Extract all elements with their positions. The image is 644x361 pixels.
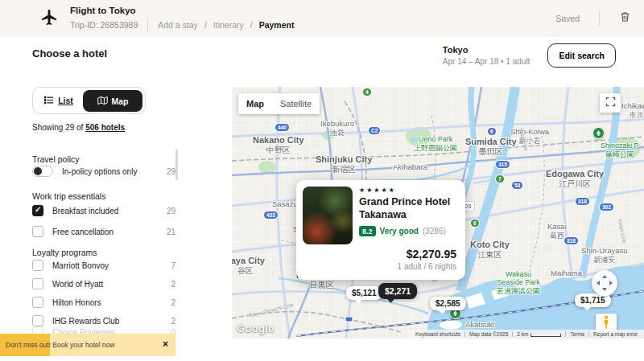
report-map-error-link[interactable]: Report a map error <box>588 331 642 337</box>
sidebar-scrollbar[interactable] <box>175 150 178 180</box>
work-trip-title: Work trip essentials <box>32 191 105 201</box>
promo-banner-text: Don't miss out! Book your hotel now <box>6 341 114 349</box>
trip-header-left: Flight to Tokyo Trip-ID: 26853989 Add a … <box>40 6 294 32</box>
price-marker[interactable]: $2,585 <box>430 297 466 310</box>
map-label-ueno-park: Ueno Park上野恩賜公園 <box>414 135 457 154</box>
map-label-setagaya-city: gaya City谷区 <box>232 256 265 277</box>
map-icon <box>97 96 108 107</box>
map-label-akatsuki: Akatsuki <box>465 320 494 329</box>
edit-search-button[interactable]: Edit search <box>547 43 616 68</box>
trip-header: Flight to Tokyo Trip-ID: 26853989 Add a … <box>0 0 644 37</box>
breakfast-included-count: 29 <box>167 207 175 215</box>
travel-policy-title: Travel policy <box>32 154 80 164</box>
destination-name: Tokyo <box>443 45 530 55</box>
hyatt-label: World of Hyatt <box>52 280 103 289</box>
view-toggle-list-label: List <box>58 96 73 105</box>
close-icon[interactable]: × <box>163 338 168 350</box>
breadcrumb-itinerary[interactable]: Itinerary <box>213 20 244 30</box>
route-shield: 6 <box>471 219 479 227</box>
view-toggle-list[interactable]: List <box>33 88 85 113</box>
pan-control[interactable] <box>592 270 617 296</box>
results-count: Showing 29 of 506 hotels <box>32 123 125 132</box>
keyboard-shortcuts-link[interactable]: Keyboard shortcuts <box>411 331 464 337</box>
fullscreen-button[interactable] <box>600 93 621 113</box>
hotel-photo <box>303 187 353 244</box>
map-scale: 2 km <box>512 331 565 337</box>
breadcrumb-payment[interactable]: Payment <box>259 20 295 30</box>
in-policy-filter-row: In-policy options only 29 <box>32 165 175 178</box>
delete-trip-button[interactable] <box>619 10 631 27</box>
route-shield: 6 <box>488 128 496 135</box>
rating-label: Very good <box>380 227 419 236</box>
free-cancellation-checkbox[interactable] <box>32 226 43 237</box>
hotel-rating-row: 8.2 Very good (3286) <box>359 226 446 236</box>
flight-icon <box>40 8 59 30</box>
free-cancellation-label: Free cancellation <box>52 228 114 236</box>
hilton-checkbox[interactable] <box>32 297 43 308</box>
route-shield: 53 <box>512 182 522 189</box>
breadcrumb-add-a-stay[interactable]: Add a stay <box>158 20 198 30</box>
map-label-ichikawa: Ichikawa市川 <box>621 101 644 121</box>
park-marker[interactable] <box>592 127 605 139</box>
filter-row-marriott: Marriott Bonvoy 7 <box>32 259 175 272</box>
terms-link[interactable]: Terms <box>565 331 588 337</box>
hotel-map[interactable]: Ikebukuro池袋 Nakano City中野区 Shinjuku City… <box>232 87 644 338</box>
route-shield: 7 <box>496 175 504 183</box>
search-destination-block: Tokyo Apr 14 – Apr 18 • 1 adult <box>443 45 530 66</box>
pan-arrows-icon <box>592 285 617 298</box>
route-shield: 433 <box>264 211 278 219</box>
map-label-edogawa-city: Edogawa City江戸川区 <box>546 169 604 190</box>
search-summary: Tokyo Apr 14 – Apr 18 • 1 adult Edit sea… <box>443 43 616 68</box>
map-label-wakasu-seaside-park: Wakasu Seaside Park若洲海浜公園 <box>494 270 543 297</box>
ihg-label: IHG Rewards Club <box>52 317 119 326</box>
free-cancellation-count: 21 <box>167 228 175 236</box>
map-label-koto-city: Koto City江東区 <box>470 240 510 260</box>
results-count-link[interactable]: 506 hotels <box>85 123 125 132</box>
hyatt-count: 2 <box>171 280 175 289</box>
hotel-card[interactable]: ★★★★★ Grand Prince Hotel Takanawa 8.2 Ve… <box>296 180 465 280</box>
price-marker[interactable]: $5,121 <box>346 286 382 300</box>
map-label-shinozaki-park: Shinozaki P篠崎公園 <box>601 142 639 160</box>
filter-row-hyatt: World of Hyatt 2 <box>32 277 175 290</box>
map-attribution: Keyboard shortcuts Map data ©2025 2 km T… <box>407 330 644 338</box>
page-title: Choose a hotel <box>32 47 107 59</box>
in-policy-toggle[interactable] <box>32 166 53 177</box>
map-label-maihama: Maihama <box>551 269 582 277</box>
google-logo: Google <box>237 322 275 334</box>
rating-score-badge: 8.2 <box>359 226 376 236</box>
price-marker-selected[interactable]: $2,271 <box>378 283 417 299</box>
route-shield: C2 <box>369 127 380 134</box>
trash-icon <box>619 10 631 27</box>
trip-id: Trip-ID: 26853989 <box>70 20 138 30</box>
filter-row-free-cancellation: Free cancellation 21 <box>32 225 175 238</box>
map-data-credit: Map data ©2025 <box>464 331 512 337</box>
hilton-label: Hilton Honors <box>52 298 101 307</box>
map-label-kasai: Kasai葛西 <box>547 222 567 241</box>
route-shield: 440 <box>275 124 289 131</box>
saved-status: Saved <box>555 14 580 23</box>
hotel-search-page: Flight to Tokyo Trip-ID: 26853989 Add a … <box>0 0 644 361</box>
hilton-count: 2 <box>171 298 175 307</box>
marriott-checkbox[interactable] <box>32 260 43 271</box>
route-shield: 4 <box>363 88 371 96</box>
hyatt-checkbox[interactable] <box>32 278 43 289</box>
hotel-price-caption: 1 adult / 6 nights <box>398 262 456 271</box>
map-label-shin-koiwa: Shin-Koiwa新小岩 <box>510 127 549 146</box>
route-shield: 302 <box>600 203 613 211</box>
filter-row-breakfast: Breakfast included 29 <box>32 204 175 217</box>
hotel-name: Grand Prince Hotel Takanawa <box>359 195 450 221</box>
breakfast-included-checkbox[interactable] <box>32 205 43 216</box>
map-type-satellite-button[interactable]: Satellite <box>272 99 320 109</box>
map-type-map-button[interactable]: Map <box>238 99 272 109</box>
filters-sidebar: List Map Showing 29 of 506 hotels Travel… <box>32 85 175 333</box>
breadcrumb-separator: / <box>250 20 253 30</box>
route-shield: 315 <box>496 161 510 168</box>
map-label-akihabara: Akihabara <box>393 162 427 171</box>
review-count: (3286) <box>423 227 446 236</box>
breadcrumb-separator: / <box>204 20 207 30</box>
view-toggle-map[interactable]: Map <box>83 90 142 112</box>
map-type-control: Map Satellite <box>238 93 320 114</box>
breakfast-included-label: Breakfast included <box>52 207 118 215</box>
ihg-checkbox[interactable] <box>32 315 43 326</box>
in-policy-label: In-policy options only <box>62 167 137 176</box>
